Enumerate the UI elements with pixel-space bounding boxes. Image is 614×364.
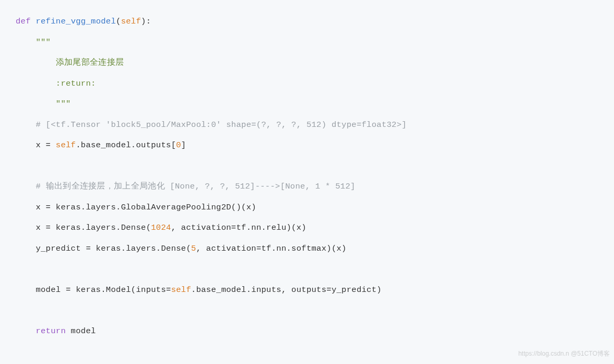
docstring-open: """: [36, 38, 51, 47]
code-line: , activation=tf.nn.relu)(x): [171, 223, 306, 232]
self-ref: self: [56, 140, 76, 150]
code-line: y_predict = keras.layers.Dense(: [36, 244, 191, 253]
code-line: x = keras.layers.GlobalAveragePooling2D(…: [36, 203, 256, 212]
code-line: model = keras.Model(inputs=: [36, 285, 171, 295]
code-line: .base_model.inputs, outputs=y_predict): [191, 285, 382, 295]
number-literal: 0: [176, 140, 181, 150]
number-literal: 1024: [151, 223, 171, 232]
function-name: refine_vgg_model: [36, 17, 116, 26]
keyword-def: def: [16, 17, 31, 26]
comment-pooling: # 输出到全连接层，加上全局池化 [None, ?, ?, 512]---->[…: [36, 182, 355, 191]
code-line: .base_model.outputs[: [76, 140, 176, 150]
keyword-return: return: [36, 326, 66, 336]
comment-tensor: # [<tf.Tensor 'block5_pool/MaxPool:0' sh…: [36, 120, 407, 130]
self-ref: self: [171, 285, 191, 295]
docstring-close: """: [56, 99, 71, 109]
code-line: ]: [181, 140, 186, 150]
number-literal: 5: [191, 244, 196, 253]
param-self: self: [121, 17, 141, 26]
watermark-text: https://blog.csdn.n @51CTO博客: [518, 346, 610, 362]
docstring-return: :return:: [56, 79, 96, 88]
return-value: model: [66, 326, 96, 336]
code-line: , activation=tf.nn.softmax)(x): [196, 244, 347, 253]
code-line: x =: [36, 140, 55, 150]
docstring-line: 添加尾部全连接层: [56, 58, 124, 67]
code-block: def refine_vgg_model(self): """ 添加尾部全连接层…: [0, 0, 614, 347]
code-line: x = keras.layers.Dense(: [36, 223, 151, 232]
